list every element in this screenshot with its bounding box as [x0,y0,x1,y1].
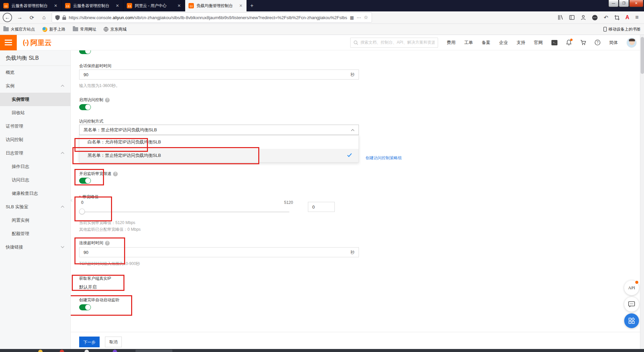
browser-tab-4-active[interactable]: (-) 负载均衡管理控制台 ✕ [185,0,247,11]
help-icon[interactable] [113,172,118,176]
tab-close-icon[interactable]: ✕ [177,3,181,8]
access-control-toggle[interactable] [79,104,91,110]
console-menu-button[interactable] [0,35,17,50]
acl-option-whitelist[interactable]: 白名单：允许特定IP访问负载均衡SLB [79,135,359,149]
sidebar-item-instance-management[interactable]: 实例管理 [0,93,70,106]
conn-timeout-input[interactable]: 90 秒 [79,247,359,257]
account-icon[interactable] [581,15,586,20]
menu-hamburger-icon[interactable]: ≡ [635,14,639,21]
tab-close-icon[interactable]: ✕ [115,3,120,8]
qr-scan-icon[interactable]: ▦ [350,15,354,20]
unit-label: 秒 [351,250,355,255]
bandwidth-slider-handle[interactable] [79,209,85,214]
new-tab-button[interactable]: + [247,0,257,11]
screenshot-crop-icon[interactable] [614,15,620,20]
url-bar[interactable]: https://slbnew.console.aliyun.com/slb/cn… [52,12,372,23]
feedback-floating-button[interactable] [624,297,639,312]
taskbar-icon[interactable] [85,350,89,352]
session-persistence-toggle[interactable] [79,50,91,54]
sidebar-item-quick-links[interactable]: 快捷链接 [0,240,70,254]
bookmark-getting-started[interactable]: 新手上路 [42,27,65,32]
restore-button[interactable]: ❐ [619,0,629,7]
forward-button[interactable]: → [15,14,24,20]
sidebar-item-access-logs[interactable]: 访问日志 [0,173,70,187]
browser-tab-3[interactable]: (-) 阿里云 - 用户中心 ✕ [123,0,185,11]
library-icon[interactable] [558,15,563,20]
apps-floating-button[interactable] [624,313,639,328]
bandwidth-peak-input[interactable]: 0 [308,202,335,212]
taskbar-icon[interactable] [113,350,117,352]
help-icon[interactable] [105,241,110,246]
bookmark-folder-firefox[interactable]: 火狐官方站点 [3,27,35,32]
aliyun-favicon: (-) [65,3,70,8]
bandwidth-hint-1: 当前实例带宽峰值：5120 Mbps [79,220,135,226]
sidebar-item-instances[interactable]: 实例 [0,79,70,93]
chevron-up-icon [61,206,64,209]
acl-method-select[interactable]: 黑名单：禁止特定IP访问负载均衡SLB [79,125,359,135]
menu-tickets[interactable]: 工单 [464,40,473,46]
tab-close-icon[interactable]: ✕ [53,3,58,8]
browser-tab-1[interactable]: (-) 云服务器管理控制台 ✕ [0,0,62,11]
browser-tab-2[interactable]: (-) 云服务器管理控制台 ✕ [62,0,123,11]
bookmark-star-icon[interactable]: ☆ [364,14,368,20]
undo-closed-tab-icon[interactable]: ↶ [604,14,608,21]
sidebar-item-idle-instances[interactable]: 闲置实例 [0,214,70,227]
sidebar-item-slb-lab[interactable]: SLB 实验室 [0,200,70,214]
sidebar-item-access-control[interactable]: 访问控制 [0,133,70,146]
mobile-bookmarks[interactable]: 移动设备上的书签 [603,27,641,32]
console-search-input[interactable]: 搜索文档、控制台、API、解决方案和资源 [350,38,438,48]
language-selector[interactable]: 简体 [609,40,618,46]
cancel-button[interactable]: 取消 [105,337,122,347]
sidebar-item-overview[interactable]: 概览 [0,66,70,79]
bookmark-jd[interactable]: 京东商城 [104,27,126,32]
messages-icon[interactable] [592,15,598,20]
sidebar-item-certificates[interactable]: 证书管理 [0,120,70,133]
home-button[interactable]: ⌂ [40,14,48,20]
taskbar-active-app[interactable] [136,350,172,352]
create-acl-policy-link[interactable]: 创建访问控制策略组 [366,155,402,161]
menu-enterprise[interactable]: 企业 [499,40,508,46]
menu-icp[interactable]: 备案 [482,40,490,46]
scrollbar-thumb[interactable] [641,37,644,74]
aliyun-logo[interactable]: (-) 阿里云 [23,38,52,47]
bookmark-folder-common[interactable]: 常用网址 [73,27,96,32]
adobe-extension-icon[interactable]: A [626,14,630,20]
reload-button[interactable]: ⟳ [28,14,36,21]
sidebar-item-log-management[interactable]: 日志管理 [0,146,70,160]
menu-billing[interactable]: 费用 [447,40,455,46]
acl-option-blacklist[interactable]: 黑名单：禁止特定IP访问负载均衡SLB [79,149,359,162]
minimize-button[interactable]: — [608,0,619,7]
menu-website[interactable]: 官网 [534,40,543,46]
cart-icon[interactable] [580,40,586,45]
user-avatar[interactable] [627,38,637,48]
sidebar-item-health-check-logs[interactable]: 健康检查日志 [0,187,70,200]
chevron-up-icon [351,129,355,133]
bandwidth-limit-label: 开启监听带宽限速 [79,171,118,177]
next-step-button[interactable]: 下一步 [79,337,100,347]
sidebar-item-operation-logs[interactable]: 操作日志 [0,160,70,173]
taskbar-icon[interactable] [60,350,64,352]
taskbar-icon[interactable] [38,350,43,352]
help-icon[interactable]: ? [595,40,600,45]
api-floating-button[interactable]: API [624,280,639,295]
sidebar-item-quota-management[interactable]: 配额管理 [0,227,70,240]
firefox-icon [42,27,47,32]
bandwidth-limit-toggle[interactable] [79,178,91,184]
notification-bell-icon[interactable] [566,40,572,45]
sidebar-collapse-icon[interactable]: < [71,198,72,203]
help-icon[interactable] [105,98,110,102]
session-timeout-input[interactable]: 90 秒 [79,70,359,80]
page-scrollbar[interactable] [640,35,644,349]
sidebar-icon[interactable] [569,15,575,20]
menu-support[interactable]: 支持 [517,40,525,46]
back-button[interactable]: ← [3,13,12,22]
sidebar-item-recycle-bin[interactable]: 回收站 [0,106,70,120]
windows-taskbar[interactable] [0,349,644,352]
close-button[interactable]: ✕ [629,0,643,7]
notification-dot [570,39,573,41]
auto-start-toggle[interactable] [79,304,91,310]
bandwidth-slider-track[interactable] [82,211,289,213]
cloudshell-icon[interactable]: >_ [551,40,557,45]
page-actions-icon[interactable]: ⋯ [357,15,361,20]
tab-close-icon[interactable]: ✕ [238,3,243,8]
